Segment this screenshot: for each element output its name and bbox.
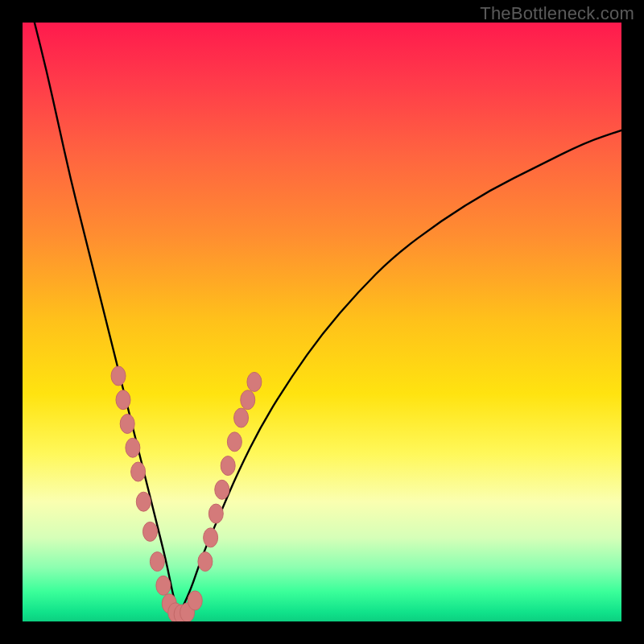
data-marker (136, 492, 151, 511)
data-marker (221, 456, 235, 476)
plot-area (23, 23, 621, 621)
data-marker (116, 390, 130, 410)
chart-svg (23, 23, 621, 621)
data-marker (120, 414, 134, 433)
marker-group (111, 366, 262, 621)
curve-right (178, 130, 621, 616)
data-marker (234, 408, 249, 427)
data-marker (156, 576, 171, 595)
data-marker (215, 480, 229, 499)
data-marker (150, 552, 164, 572)
data-marker (227, 432, 242, 452)
data-marker (142, 522, 157, 541)
data-marker (198, 552, 213, 572)
data-marker (247, 372, 262, 391)
data-marker (111, 366, 126, 386)
data-marker (188, 591, 202, 610)
data-marker (208, 504, 223, 523)
watermark-text: TheBottleneck.com (480, 3, 634, 24)
outer-frame: TheBottleneck.com (0, 0, 644, 644)
data-marker (131, 462, 146, 481)
data-marker (204, 528, 218, 547)
data-marker (126, 438, 140, 457)
data-marker (241, 390, 255, 410)
